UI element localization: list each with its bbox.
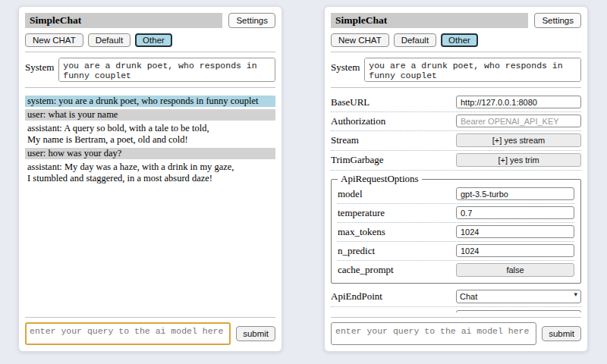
baseurl-input[interactable] [456, 96, 581, 108]
chat-history-select-wrap: Last1 ▾ [456, 309, 581, 312]
api-endpoint-select[interactable]: Chat [456, 290, 581, 303]
chat-messages: system: you are a drunk poet, who respon… [25, 93, 275, 312]
n-predict-input[interactable] [456, 244, 574, 257]
setting-row-stream: Stream [+] yes stream [331, 131, 581, 151]
trimgarbage-toggle-button[interactable]: [+] yes trim [456, 153, 581, 167]
chat-message-user: user: what is your name [25, 109, 275, 121]
sessions-row: New CHAT Default Other [25, 33, 275, 47]
setting-row-baseurl: BaseURL [331, 93, 581, 112]
sessions-row: New CHAT Default Other [331, 33, 581, 47]
setting-row-authorization: Authorization [331, 112, 581, 131]
chat-message-system: system: you are a drunk poet, who respon… [25, 96, 275, 107]
temperature-label: temperature [338, 207, 456, 219]
query-row: submit [331, 322, 581, 345]
settings-button[interactable]: Settings [534, 13, 581, 28]
session-button-default[interactable]: Default [394, 33, 436, 47]
system-label: System [25, 58, 54, 74]
new-chat-button[interactable]: New CHAT [25, 33, 83, 47]
submit-button[interactable]: submit [236, 326, 275, 341]
session-button-other[interactable]: Other [441, 33, 478, 47]
setting-row-max-tokens: max_tokens [338, 223, 574, 242]
max-tokens-input[interactable] [456, 225, 574, 238]
setting-row-temperature: temperature [338, 204, 574, 223]
api-endpoint-label: ApiEndPoint [331, 290, 456, 303]
setting-row-api-endpoint: ApiEndPoint Chat ▾ [331, 287, 581, 307]
title-bar: SimpleChat Settings [25, 13, 275, 28]
setting-row-model: model [338, 185, 574, 204]
title-bar: SimpleChat Settings [331, 13, 581, 28]
submit-button[interactable]: submit [542, 326, 581, 341]
temperature-input[interactable] [456, 206, 574, 219]
setting-row-cache-prompt: cache_prompt false [338, 261, 574, 280]
system-label: System [331, 58, 360, 74]
cache-prompt-toggle-button[interactable]: false [456, 263, 574, 277]
stream-label: Stream [331, 134, 456, 146]
baseurl-label: BaseURL [331, 96, 456, 108]
query-input[interactable] [331, 322, 536, 345]
settings-button[interactable]: Settings [228, 13, 275, 28]
divider [25, 87, 275, 88]
settings-panel: SimpleChat Settings New CHAT Default Oth… [324, 6, 588, 352]
setting-row-n-predict: n_predict [338, 242, 574, 261]
chat-message-user: user: how was your day? [25, 148, 275, 159]
system-prompt-input[interactable]: you are a drunk poet, who responds in fu… [364, 58, 581, 82]
chat-message-assistant: assistant: My day was a haze, with a dri… [25, 162, 275, 184]
new-chat-button[interactable]: New CHAT [331, 33, 389, 47]
divider [25, 317, 275, 318]
system-row: System you are a drunk poet, who respond… [331, 58, 581, 82]
chat-history-label: ChatHistoryInCtxt [331, 311, 456, 313]
system-prompt-input[interactable]: you are a drunk poet, who responds in fu… [58, 58, 275, 82]
n-predict-label: n_predict [338, 245, 456, 257]
api-request-options-legend: ApiRequestOptions [338, 173, 422, 185]
query-input[interactable] [25, 322, 231, 345]
chat-message-assistant: assistant: A query so bold, with a tale … [25, 123, 275, 146]
api-request-options-fieldset: ApiRequestOptions model temperature max_… [331, 173, 581, 284]
trimgarbage-label: TrimGarbage [331, 154, 456, 166]
session-button-other[interactable]: Other [135, 33, 172, 47]
cache-prompt-label: cache_prompt [338, 264, 456, 276]
divider [331, 317, 581, 318]
model-label: model [338, 188, 456, 200]
authorization-label: Authorization [331, 115, 456, 127]
chat-panel: SimpleChat Settings New CHAT Default Oth… [18, 6, 282, 352]
app-title: SimpleChat [331, 13, 528, 28]
session-button-default[interactable]: Default [88, 33, 131, 47]
chat-history-select[interactable]: Last1 [456, 310, 581, 312]
max-tokens-label: max_tokens [338, 226, 456, 238]
stream-toggle-button[interactable]: [+] yes stream [456, 133, 581, 147]
setting-row-trimgarbage: TrimGarbage [+] yes trim [331, 151, 581, 171]
model-input[interactable] [456, 187, 574, 200]
system-row: System you are a drunk poet, who respond… [25, 58, 275, 82]
divider [25, 52, 275, 52]
authorization-input[interactable] [456, 115, 581, 127]
api-endpoint-select-wrap: Chat ▾ [456, 289, 581, 303]
query-row: submit [25, 322, 275, 345]
setting-row-chat-history-in-ctxt: ChatHistoryInCtxt Last1 ▾ [331, 307, 581, 312]
app-title: SimpleChat [25, 13, 222, 28]
divider [331, 87, 581, 88]
divider [331, 52, 581, 52]
settings-list: BaseURL Authorization Stream [+] yes str… [331, 93, 581, 312]
